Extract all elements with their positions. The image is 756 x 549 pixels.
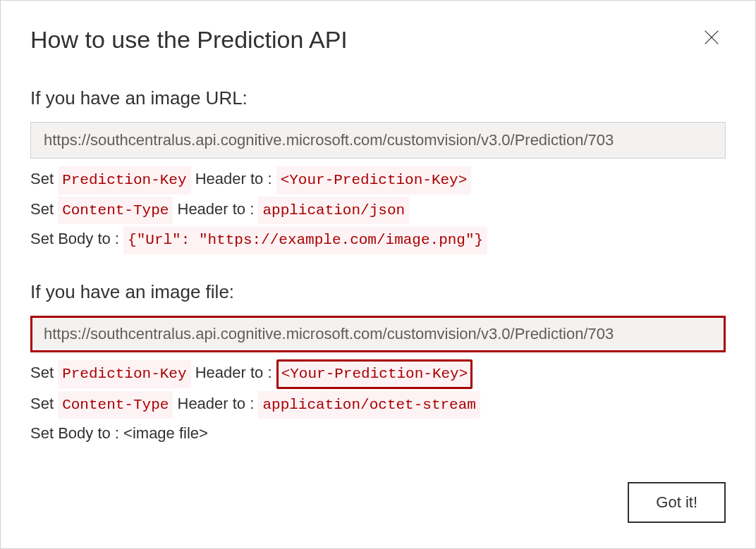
dialog-title: How to use the Prediction API: [30, 26, 348, 54]
instruction-text: Set Body to : <image file>: [30, 424, 208, 442]
file-prediction-key-line: Set Prediction-Key Header to : <Your-Pre…: [30, 359, 726, 389]
instruction-text: Header to :: [191, 364, 276, 381]
prediction-api-dialog: How to use the Prediction API If you hav…: [0, 0, 756, 549]
instruction-text: Header to :: [173, 200, 258, 218]
prediction-key-header-code: Prediction-Key: [58, 360, 190, 388]
url-prediction-key-line: Set Prediction-Key Header to : <Your-Pre…: [30, 166, 726, 195]
content-type-header-code: Content-Type: [58, 197, 173, 225]
dialog-footer: Got it!: [30, 482, 726, 523]
content-type-header-code: Content-Type: [58, 391, 173, 419]
image-file-section-title: If you have an image file:: [30, 281, 726, 303]
prediction-key-header-code: Prediction-Key: [58, 166, 190, 195]
image-url-section: If you have an image URL: https://southc…: [30, 87, 726, 256]
instruction-text: Set: [30, 170, 58, 187]
instruction-text: Set: [30, 364, 58, 381]
content-type-value-code: application/json: [258, 197, 409, 225]
image-url-endpoint[interactable]: https://southcentralus.api.cognitive.mic…: [30, 122, 726, 159]
content-type-value-code: application/octet-stream: [258, 391, 480, 419]
url-content-type-line: Set Content-Type Header to : application…: [30, 196, 726, 225]
instruction-text: Set: [30, 395, 58, 412]
image-file-endpoint[interactable]: https://southcentralus.api.cognitive.mic…: [30, 316, 726, 352]
close-icon: [702, 27, 721, 47]
dialog-header: How to use the Prediction API: [30, 26, 726, 54]
file-content-type-line: Set Content-Type Header to : application…: [30, 390, 726, 419]
close-button[interactable]: [697, 23, 726, 54]
body-json-code: {"Url": "https://example.com/image.png"}: [123, 226, 487, 254]
got-it-button[interactable]: Got it!: [628, 482, 726, 523]
instruction-text: Set: [30, 200, 58, 218]
url-body-line: Set Body to : {"Url": "https://example.c…: [30, 226, 726, 254]
instruction-text: Header to :: [191, 170, 276, 187]
instruction-text: Set Body to :: [30, 230, 123, 247]
prediction-key-value-code: <Your-Prediction-Key>: [276, 166, 472, 195]
image-url-section-title: If you have an image URL:: [30, 87, 726, 109]
file-body-line: Set Body to : <image file>: [30, 420, 726, 446]
prediction-key-value-code: <Your-Prediction-Key>: [276, 359, 473, 389]
image-file-section: If you have an image file: https://south…: [30, 281, 726, 448]
instruction-text: Header to :: [173, 395, 258, 412]
